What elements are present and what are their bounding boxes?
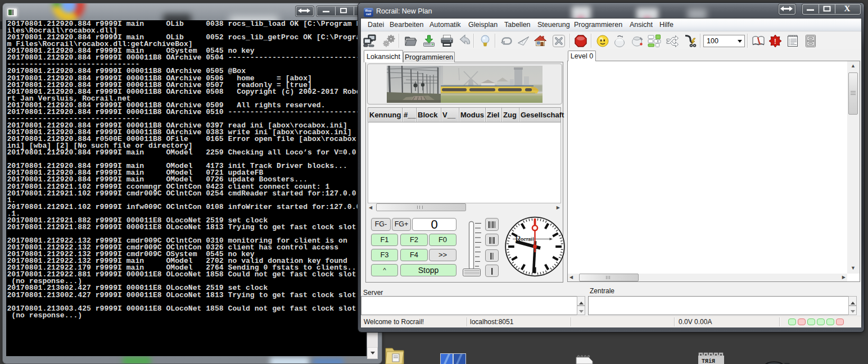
svg-text:!: ! (774, 37, 776, 46)
svg-text:ocrail: ocrail (521, 236, 534, 242)
svg-text:X: X (844, 4, 851, 13)
svg-text:TЯiЯ: TЯiЯ (702, 358, 715, 364)
